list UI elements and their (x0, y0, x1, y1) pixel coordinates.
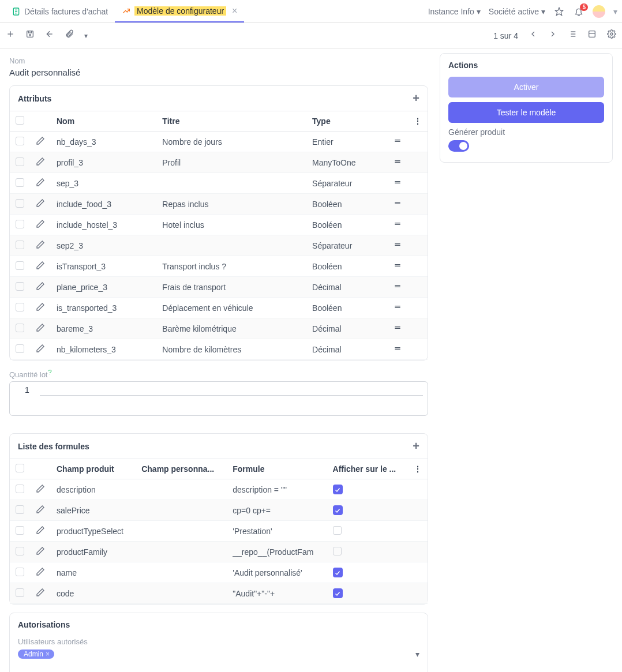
notifications-icon[interactable]: 5 (573, 6, 584, 17)
table-row[interactable]: name'Audit personnalisé' (10, 562, 428, 583)
checkbox-checked[interactable] (333, 568, 343, 577)
table-row[interactable]: include_food_3Repas inclusBooléen (10, 194, 428, 215)
edit-icon[interactable] (36, 569, 45, 578)
back-button[interactable] (45, 29, 54, 42)
drag-handle[interactable] (387, 318, 408, 339)
column-menu[interactable]: ⋮ (408, 111, 428, 132)
checkbox-checked[interactable] (333, 485, 343, 494)
table-row[interactable]: bareme_3Barème kilométriqueDécimal (10, 318, 428, 339)
drag-handle[interactable] (387, 194, 408, 215)
edit-icon[interactable] (36, 325, 45, 334)
edit-icon[interactable] (36, 159, 45, 168)
row-checkbox[interactable] (16, 505, 24, 514)
table-row[interactable]: plane_price_3Frais de transportDécimal (10, 277, 428, 298)
checkbox-checked[interactable] (333, 588, 343, 598)
table-row[interactable]: isTransport_3Transport inclus ?Booléen (10, 256, 428, 277)
drag-handle[interactable] (387, 173, 408, 194)
col-titre[interactable]: Titre (156, 111, 306, 132)
select-all-checkbox[interactable] (16, 116, 24, 125)
tab-configurator-model[interactable]: Modèle de configurateur × (115, 0, 244, 22)
instance-info-menu[interactable]: Instance Info ▾ (428, 7, 481, 16)
row-checkbox[interactable] (16, 157, 24, 166)
row-checkbox[interactable] (16, 547, 24, 555)
col-custom-field[interactable]: Champ personna... (136, 459, 227, 479)
edit-icon[interactable] (36, 138, 45, 147)
edit-icon[interactable] (36, 283, 45, 292)
save-button[interactable] (25, 29, 35, 42)
col-product-field[interactable]: Champ produit (51, 459, 136, 479)
avatar[interactable] (593, 5, 605, 18)
edit-icon[interactable] (36, 527, 45, 536)
drag-handle[interactable] (387, 215, 408, 235)
table-row[interactable]: descriptiondescription = "" (10, 479, 428, 500)
row-checkbox[interactable] (16, 344, 24, 353)
add-attribute-button[interactable]: + (413, 92, 419, 105)
qlot-input[interactable] (40, 385, 423, 396)
table-row[interactable]: nb_kilometers_3Nombre de kilomètresDécim… (10, 339, 428, 360)
checkbox-unchecked[interactable] (333, 526, 342, 535)
close-icon[interactable]: × (232, 6, 237, 16)
drag-handle[interactable] (387, 298, 408, 318)
test-model-button[interactable]: Tester le modèle (448, 102, 604, 123)
edit-icon[interactable] (36, 221, 45, 230)
row-checkbox[interactable] (16, 241, 24, 249)
table-row[interactable]: sep_3Séparateur (10, 173, 428, 194)
drag-handle[interactable] (387, 339, 408, 360)
edit-icon[interactable] (36, 506, 45, 516)
edit-icon[interactable] (36, 590, 45, 599)
table-row[interactable]: profil_3ProfilManyToOne (10, 152, 428, 173)
row-checkbox[interactable] (16, 178, 24, 187)
row-checkbox[interactable] (16, 526, 24, 535)
table-row[interactable]: code"Audit"+"-"+ (10, 583, 428, 604)
col-nom[interactable]: Nom (51, 111, 156, 132)
settings-button[interactable] (607, 29, 616, 42)
generate-product-toggle[interactable] (448, 140, 469, 152)
row-checkbox[interactable] (16, 303, 24, 311)
table-row[interactable]: productFamily__repo__(ProductFam (10, 542, 428, 562)
row-checkbox[interactable] (16, 324, 24, 332)
remove-chip-icon[interactable]: × (46, 650, 50, 658)
table-row[interactable]: is_transported_3Déplacement en véhiculeB… (10, 298, 428, 318)
row-checkbox[interactable] (16, 485, 24, 493)
edit-icon[interactable] (36, 548, 45, 557)
list-view-button[interactable] (568, 29, 577, 42)
row-checkbox[interactable] (16, 220, 24, 228)
table-row[interactable]: nb_days_3Nombre de joursEntier (10, 132, 428, 152)
checkbox-checked[interactable] (333, 505, 343, 515)
edit-icon[interactable] (36, 486, 45, 495)
row-checkbox[interactable] (16, 588, 24, 597)
active-company-menu[interactable]: Société active ▾ (489, 7, 545, 16)
column-menu[interactable]: ⋮ (408, 459, 428, 479)
activate-button[interactable]: Activer (448, 77, 604, 97)
drag-handle[interactable] (387, 132, 408, 152)
table-row[interactable]: productTypeSelect'Prestation' (10, 521, 428, 542)
select-all-checkbox[interactable] (16, 464, 24, 472)
edit-icon[interactable] (36, 242, 45, 251)
edit-icon[interactable] (36, 200, 45, 209)
table-row[interactable]: include_hostel_3Hotel inclusBooléen (10, 215, 428, 235)
form-view-button[interactable] (587, 29, 597, 42)
drag-handle[interactable] (387, 235, 408, 256)
dropdown-button[interactable]: ▾ (84, 32, 88, 40)
caret-down-icon[interactable]: ▾ (613, 7, 617, 16)
add-formula-button[interactable]: + (413, 440, 419, 453)
row-checkbox[interactable] (16, 199, 24, 208)
row-checkbox[interactable] (16, 137, 24, 145)
user-chip[interactable]: Admin × (18, 650, 54, 659)
chevron-down-icon[interactable]: ▾ (415, 650, 419, 659)
favorite-icon[interactable] (553, 6, 565, 17)
drag-handle[interactable] (387, 256, 408, 277)
row-checkbox[interactable] (16, 282, 24, 291)
col-formula[interactable]: Formule (227, 459, 327, 479)
new-button[interactable] (6, 29, 15, 42)
col-show[interactable]: Afficher sur le ... (327, 459, 408, 479)
tab-purchase-invoice-details[interactable]: Détails factures d'achat (5, 0, 115, 22)
drag-handle[interactable] (387, 152, 408, 173)
table-row[interactable]: sep2_3Séparateur (10, 235, 428, 256)
prev-button[interactable] (529, 29, 538, 42)
table-row[interactable]: salePricecp=0 cp+= (10, 500, 428, 521)
col-type[interactable]: Type (306, 111, 387, 132)
drag-handle[interactable] (387, 277, 408, 298)
attachment-button[interactable] (65, 29, 74, 42)
edit-icon[interactable] (36, 179, 45, 189)
